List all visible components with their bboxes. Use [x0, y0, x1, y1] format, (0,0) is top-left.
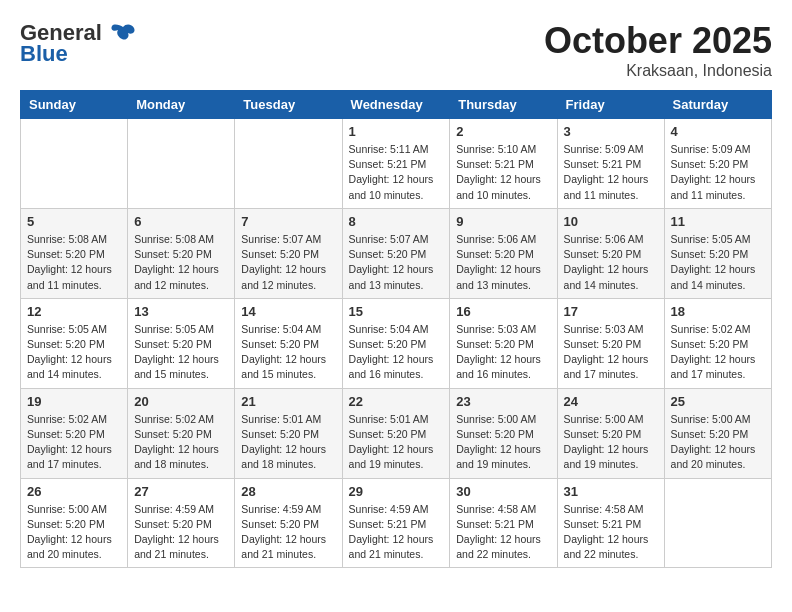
calendar-cell: 9Sunrise: 5:06 AM Sunset: 5:20 PM Daylig…	[450, 208, 557, 298]
weekday-header-thursday: Thursday	[450, 91, 557, 119]
day-info: Sunrise: 5:02 AM Sunset: 5:20 PM Dayligh…	[671, 322, 765, 383]
day-number: 20	[134, 394, 228, 409]
calendar-cell: 7Sunrise: 5:07 AM Sunset: 5:20 PM Daylig…	[235, 208, 342, 298]
day-number: 18	[671, 304, 765, 319]
day-info: Sunrise: 4:58 AM Sunset: 5:21 PM Dayligh…	[564, 502, 658, 563]
calendar-cell: 28Sunrise: 4:59 AM Sunset: 5:20 PM Dayli…	[235, 478, 342, 568]
weekday-header-monday: Monday	[128, 91, 235, 119]
day-info: Sunrise: 5:00 AM Sunset: 5:20 PM Dayligh…	[564, 412, 658, 473]
day-info: Sunrise: 5:01 AM Sunset: 5:20 PM Dayligh…	[241, 412, 335, 473]
day-number: 16	[456, 304, 550, 319]
calendar-cell: 14Sunrise: 5:04 AM Sunset: 5:20 PM Dayli…	[235, 298, 342, 388]
day-number: 13	[134, 304, 228, 319]
location: Kraksaan, Indonesia	[544, 62, 772, 80]
day-number: 15	[349, 304, 444, 319]
day-info: Sunrise: 5:04 AM Sunset: 5:20 PM Dayligh…	[241, 322, 335, 383]
calendar-cell: 1Sunrise: 5:11 AM Sunset: 5:21 PM Daylig…	[342, 119, 450, 209]
calendar-cell: 13Sunrise: 5:05 AM Sunset: 5:20 PM Dayli…	[128, 298, 235, 388]
day-info: Sunrise: 5:05 AM Sunset: 5:20 PM Dayligh…	[671, 232, 765, 293]
day-number: 25	[671, 394, 765, 409]
page-header: General Blue October 2025 Kraksaan, Indo…	[20, 20, 772, 80]
day-number: 22	[349, 394, 444, 409]
day-info: Sunrise: 5:09 AM Sunset: 5:20 PM Dayligh…	[671, 142, 765, 203]
calendar-cell: 4Sunrise: 5:09 AM Sunset: 5:20 PM Daylig…	[664, 119, 771, 209]
calendar-cell: 25Sunrise: 5:00 AM Sunset: 5:20 PM Dayli…	[664, 388, 771, 478]
day-number: 31	[564, 484, 658, 499]
day-info: Sunrise: 5:03 AM Sunset: 5:20 PM Dayligh…	[456, 322, 550, 383]
day-number: 30	[456, 484, 550, 499]
weekday-header-sunday: Sunday	[21, 91, 128, 119]
calendar-cell: 23Sunrise: 5:00 AM Sunset: 5:20 PM Dayli…	[450, 388, 557, 478]
day-info: Sunrise: 4:59 AM Sunset: 5:20 PM Dayligh…	[134, 502, 228, 563]
weekday-header-friday: Friday	[557, 91, 664, 119]
day-number: 19	[27, 394, 121, 409]
day-info: Sunrise: 5:10 AM Sunset: 5:21 PM Dayligh…	[456, 142, 550, 203]
day-info: Sunrise: 5:11 AM Sunset: 5:21 PM Dayligh…	[349, 142, 444, 203]
calendar-cell: 16Sunrise: 5:03 AM Sunset: 5:20 PM Dayli…	[450, 298, 557, 388]
day-number: 29	[349, 484, 444, 499]
calendar-cell: 2Sunrise: 5:10 AM Sunset: 5:21 PM Daylig…	[450, 119, 557, 209]
month-title: October 2025	[544, 20, 772, 62]
calendar-week-1: 1Sunrise: 5:11 AM Sunset: 5:21 PM Daylig…	[21, 119, 772, 209]
calendar-cell: 30Sunrise: 4:58 AM Sunset: 5:21 PM Dayli…	[450, 478, 557, 568]
day-number: 3	[564, 124, 658, 139]
calendar-body: 1Sunrise: 5:11 AM Sunset: 5:21 PM Daylig…	[21, 119, 772, 568]
calendar-cell: 19Sunrise: 5:02 AM Sunset: 5:20 PM Dayli…	[21, 388, 128, 478]
day-info: Sunrise: 5:06 AM Sunset: 5:20 PM Dayligh…	[564, 232, 658, 293]
calendar-week-4: 19Sunrise: 5:02 AM Sunset: 5:20 PM Dayli…	[21, 388, 772, 478]
calendar-cell: 31Sunrise: 4:58 AM Sunset: 5:21 PM Dayli…	[557, 478, 664, 568]
calendar-cell: 29Sunrise: 4:59 AM Sunset: 5:21 PM Dayli…	[342, 478, 450, 568]
day-info: Sunrise: 5:07 AM Sunset: 5:20 PM Dayligh…	[241, 232, 335, 293]
day-number: 26	[27, 484, 121, 499]
day-number: 27	[134, 484, 228, 499]
calendar-cell: 17Sunrise: 5:03 AM Sunset: 5:20 PM Dayli…	[557, 298, 664, 388]
calendar-week-5: 26Sunrise: 5:00 AM Sunset: 5:20 PM Dayli…	[21, 478, 772, 568]
calendar-week-3: 12Sunrise: 5:05 AM Sunset: 5:20 PM Dayli…	[21, 298, 772, 388]
day-number: 1	[349, 124, 444, 139]
day-info: Sunrise: 5:02 AM Sunset: 5:20 PM Dayligh…	[134, 412, 228, 473]
day-info: Sunrise: 5:09 AM Sunset: 5:21 PM Dayligh…	[564, 142, 658, 203]
calendar-table: SundayMondayTuesdayWednesdayThursdayFrid…	[20, 90, 772, 568]
day-info: Sunrise: 5:07 AM Sunset: 5:20 PM Dayligh…	[349, 232, 444, 293]
calendar-cell: 21Sunrise: 5:01 AM Sunset: 5:20 PM Dayli…	[235, 388, 342, 478]
day-number: 28	[241, 484, 335, 499]
calendar-cell: 11Sunrise: 5:05 AM Sunset: 5:20 PM Dayli…	[664, 208, 771, 298]
calendar-cell	[128, 119, 235, 209]
day-info: Sunrise: 5:00 AM Sunset: 5:20 PM Dayligh…	[671, 412, 765, 473]
day-info: Sunrise: 5:01 AM Sunset: 5:20 PM Dayligh…	[349, 412, 444, 473]
day-number: 5	[27, 214, 121, 229]
day-info: Sunrise: 5:06 AM Sunset: 5:20 PM Dayligh…	[456, 232, 550, 293]
day-info: Sunrise: 5:08 AM Sunset: 5:20 PM Dayligh…	[27, 232, 121, 293]
weekday-header-tuesday: Tuesday	[235, 91, 342, 119]
day-info: Sunrise: 5:02 AM Sunset: 5:20 PM Dayligh…	[27, 412, 121, 473]
day-number: 7	[241, 214, 335, 229]
calendar-cell: 18Sunrise: 5:02 AM Sunset: 5:20 PM Dayli…	[664, 298, 771, 388]
calendar-cell	[664, 478, 771, 568]
calendar-cell: 24Sunrise: 5:00 AM Sunset: 5:20 PM Dayli…	[557, 388, 664, 478]
calendar-cell	[235, 119, 342, 209]
calendar-cell	[21, 119, 128, 209]
weekday-header-saturday: Saturday	[664, 91, 771, 119]
day-info: Sunrise: 5:05 AM Sunset: 5:20 PM Dayligh…	[134, 322, 228, 383]
day-number: 12	[27, 304, 121, 319]
day-number: 10	[564, 214, 658, 229]
calendar-cell: 10Sunrise: 5:06 AM Sunset: 5:20 PM Dayli…	[557, 208, 664, 298]
calendar-cell: 27Sunrise: 4:59 AM Sunset: 5:20 PM Dayli…	[128, 478, 235, 568]
weekday-header-row: SundayMondayTuesdayWednesdayThursdayFrid…	[21, 91, 772, 119]
day-info: Sunrise: 4:59 AM Sunset: 5:21 PM Dayligh…	[349, 502, 444, 563]
logo: General Blue	[20, 20, 136, 67]
calendar-cell: 12Sunrise: 5:05 AM Sunset: 5:20 PM Dayli…	[21, 298, 128, 388]
day-info: Sunrise: 5:05 AM Sunset: 5:20 PM Dayligh…	[27, 322, 121, 383]
day-number: 4	[671, 124, 765, 139]
day-number: 24	[564, 394, 658, 409]
day-number: 23	[456, 394, 550, 409]
day-number: 14	[241, 304, 335, 319]
calendar-cell: 8Sunrise: 5:07 AM Sunset: 5:20 PM Daylig…	[342, 208, 450, 298]
weekday-header-wednesday: Wednesday	[342, 91, 450, 119]
day-number: 6	[134, 214, 228, 229]
calendar-cell: 15Sunrise: 5:04 AM Sunset: 5:20 PM Dayli…	[342, 298, 450, 388]
day-info: Sunrise: 5:00 AM Sunset: 5:20 PM Dayligh…	[27, 502, 121, 563]
day-info: Sunrise: 4:59 AM Sunset: 5:20 PM Dayligh…	[241, 502, 335, 563]
day-number: 11	[671, 214, 765, 229]
logo-bird-icon	[110, 23, 136, 45]
